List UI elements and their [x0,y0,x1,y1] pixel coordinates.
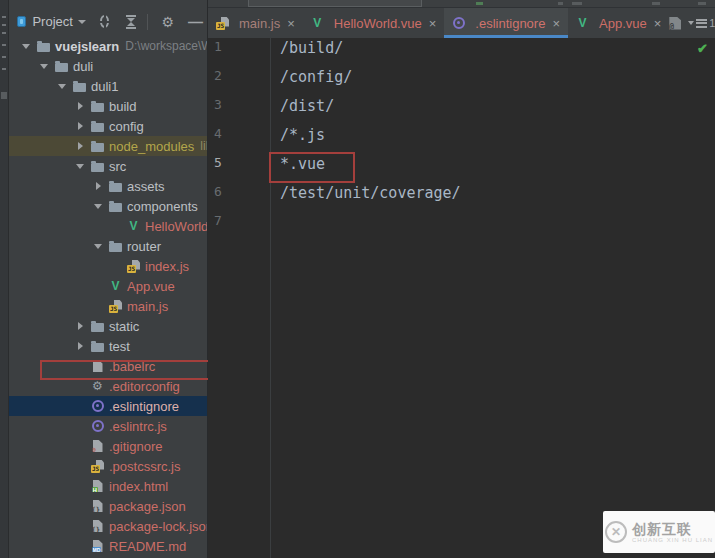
chevron-glyph [94,204,102,209]
editor-tab[interactable]: VApp.vue× [568,8,669,38]
tree-item-label: .postcssrc.js [109,459,181,474]
folder-icon [73,80,86,93]
chevron-down-icon[interactable] [55,84,69,89]
code-editor[interactable]: ✔ 1/build/2/config/3/dist/4/*.js5*.vue6/… [208,38,715,558]
folder-glyph [109,203,122,212]
vue-glyph: V [313,16,321,30]
tree-item[interactable]: static [9,316,207,336]
js-icon: JS [91,460,104,473]
code-line[interactable]: /build/ [280,39,343,57]
tab-close-icon[interactable]: × [287,17,295,30]
folder-glyph [109,183,122,192]
tree-item[interactable]: VApp.vue [9,276,207,296]
tab-close-icon[interactable]: × [429,17,437,30]
editor-tab[interactable]: VHelloWorld.vue× [303,8,445,38]
stripe-mark [2,44,6,46]
tree-item-suffix: libr [200,139,207,153]
tree-item[interactable]: .eslintrc.js [9,416,207,436]
chevron-right-icon[interactable] [73,342,87,350]
code-line[interactable]: /dist/ [280,97,334,115]
tab-close-icon[interactable]: × [654,17,662,30]
chevron-down-icon[interactable] [19,44,33,49]
vue-glyph: V [111,279,119,293]
locate-icon[interactable] [100,15,110,28]
vue-icon: V [576,17,589,30]
gutter-line-number: 6 [214,184,254,199]
code-line[interactable]: /test/unit/coverage/ [280,184,461,202]
recent-files-icon[interactable] [669,17,681,30]
tree-item[interactable]: node_moduleslibr [9,136,207,156]
md-icon: MD [91,540,104,553]
tree-item-label: duli1 [91,79,118,94]
eslint-glyph [453,17,465,29]
hide-panel-icon[interactable]: — [188,13,203,30]
tree-item-label: static [109,319,139,334]
tree-item[interactable]: JSindex.js [9,256,207,276]
tree-item-label: assets [127,179,165,194]
tree-item[interactable]: duli1 [9,76,207,96]
tree-item[interactable]: {}package-lock.json [9,516,207,536]
project-view-selector[interactable]: Project [32,14,72,29]
editor-tab[interactable]: JSmain.js× [208,8,303,38]
chevron-right-icon[interactable] [73,122,87,130]
tree-item[interactable]: JSmain.js [9,296,207,316]
tree-item[interactable]: ⊘.gitignore [9,436,207,456]
chevron-right-icon[interactable] [91,182,105,190]
page-glyph: H [93,480,103,492]
chevron-right-icon[interactable] [73,102,87,110]
settings-icon[interactable]: ⚙ [161,15,174,29]
chevron-down-icon [688,21,694,25]
cropped-fragment [558,2,563,5]
chevron-down-icon[interactable] [91,204,105,209]
chevron-down-icon[interactable] [73,164,87,169]
tab-list-dropdown[interactable]: 1 [688,17,715,29]
js-glyph: JS [91,460,104,473]
project-tree: vuejslearnD:\workspace\Wduliduli1buildco… [9,36,207,558]
tool-window-stripe[interactable] [0,0,9,558]
js-badge: JS [91,465,100,473]
chevron-down-icon[interactable] [78,20,86,24]
chevron-down-icon[interactable] [37,64,51,69]
code-line[interactable]: /config/ [280,68,352,86]
tree-item[interactable]: VHelloWorld.vue [9,216,207,236]
chevron-right-icon[interactable] [73,142,87,150]
code-line[interactable]: *.vue [280,155,325,173]
cropped-fragment [476,2,483,5]
tree-item[interactable]: Hindex.html [9,476,207,496]
chevron-right-icon[interactable] [73,322,87,330]
gutter-line-number: 1 [214,39,254,54]
collapse-all-icon[interactable] [125,15,132,29]
tree-item[interactable]: duli [9,56,207,76]
tree-item-label: index.js [145,259,189,274]
editor-tabs: JSmain.js×VHelloWorld.vue×.eslintignore×… [208,8,669,38]
tree-item[interactable]: .eslintignore [9,396,207,416]
tree-item-label: .eslintrc.js [109,419,167,434]
stripe-mark [2,24,6,26]
chevron-down-icon[interactable] [91,244,105,249]
js-icon: JS [216,17,229,30]
cropped-fragment [698,2,706,5]
tree-item[interactable]: build [9,96,207,116]
tree-item[interactable]: vuejslearnD:\workspace\W [9,36,207,56]
tree-item[interactable]: .babelrc [9,356,207,376]
tree-item[interactable]: JS.postcssrc.js [9,456,207,476]
tree-item[interactable]: components [9,196,207,216]
tree-item[interactable]: router [9,236,207,256]
folder-glyph [109,243,122,252]
tree-item[interactable]: MDREADME.md [9,536,207,556]
tree-item[interactable]: assets [9,176,207,196]
tree-item[interactable]: {}package.json [9,496,207,516]
folder-icon [91,100,104,113]
tree-item[interactable]: ⚙.editorconfig [9,376,207,396]
code-line[interactable]: /*.js [280,126,325,144]
tree-item[interactable]: src [9,156,207,176]
inspection-ok-icon[interactable]: ✔ [697,41,708,56]
tab-close-icon[interactable]: × [552,17,560,30]
json-badge: {} [92,507,100,514]
md-badge: MD [92,547,102,554]
tree-item-label: duli [73,59,93,74]
tree-item[interactable]: test [9,336,207,356]
stripe-mark [2,56,6,58]
tree-item[interactable]: config [9,116,207,136]
editor-tab[interactable]: .eslintignore× [444,8,568,38]
